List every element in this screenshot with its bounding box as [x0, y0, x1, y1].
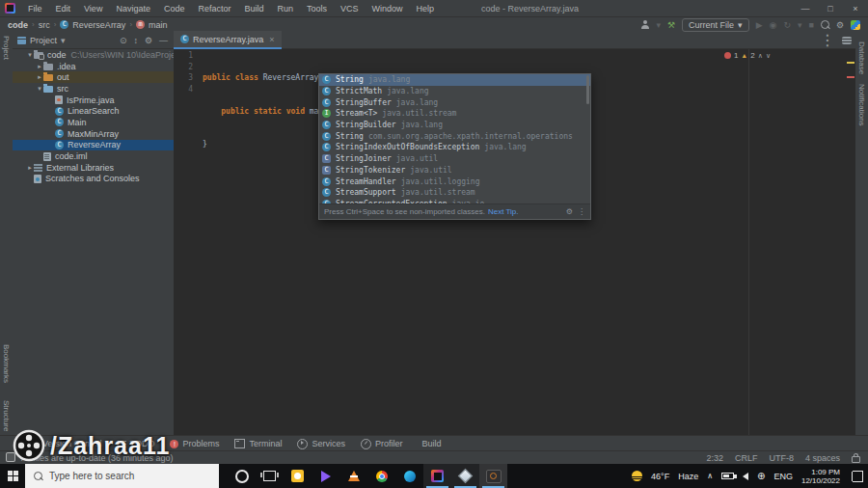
run-config-selector[interactable]: Current File ▾ — [682, 18, 749, 32]
completion-item[interactable]: StringBuilder java.lang — [319, 120, 590, 131]
completion-item[interactable]: StreamCorruptedException java.io — [319, 199, 590, 203]
menu-item[interactable]: View — [77, 4, 109, 14]
completion-item[interactable]: StreamHandler java.util.logging — [319, 176, 590, 187]
tree-item[interactable]: ▾ src — [13, 83, 174, 95]
minimize-button[interactable]: — — [793, 4, 818, 14]
taskbar-screen-recorder-button[interactable] — [479, 464, 507, 488]
breadcrumb-src[interactable]: src — [39, 20, 50, 30]
tool-window-button[interactable]: Services — [297, 439, 345, 449]
stripe-notifications-button[interactable]: Notifications — [857, 84, 866, 126]
debug-button[interactable]: ◉ — [770, 20, 777, 30]
tool-window-button[interactable]: Profiler — [361, 439, 403, 449]
indent-setting[interactable]: 4 spaces — [805, 453, 840, 463]
taskbar-intellij-button[interactable] — [423, 464, 451, 488]
tree-item[interactable]: ▸ .idea — [13, 61, 174, 72]
completion-item[interactable]: StringJoiner java.util — [319, 153, 590, 165]
stripe-structure-button[interactable]: Structure — [2, 400, 11, 431]
tool-window-button[interactable]: Terminal — [234, 439, 282, 448]
taskbar-movies-tv-button[interactable] — [312, 464, 339, 488]
tree-item[interactable]: code.iml — [13, 150, 174, 162]
locate-file-icon[interactable]: ⊙ — [120, 36, 127, 45]
tab-close-icon[interactable]: × — [269, 35, 274, 44]
menu-item[interactable]: VCS — [334, 4, 366, 14]
ide-features-icon[interactable] — [851, 20, 860, 30]
maximize-button[interactable]: □ — [818, 4, 843, 14]
project-dropdown-icon[interactable]: ▾ — [61, 36, 66, 45]
tool-window-button[interactable]: Build — [418, 439, 441, 448]
write-access-lock-icon[interactable] — [852, 456, 860, 463]
weather-temp[interactable]: 46°F — [651, 472, 669, 481]
battery-icon[interactable] — [721, 473, 734, 479]
weather-condition[interactable]: Haze — [678, 472, 698, 481]
line-separator[interactable]: CRLF — [735, 453, 758, 463]
tool-window-button[interactable]: Problems — [170, 439, 219, 448]
file-encoding[interactable]: UTF-8 — [769, 453, 794, 463]
tree-chevron-icon[interactable]: ▾ — [36, 85, 43, 93]
start-button[interactable] — [0, 464, 25, 488]
editor-tab-reversearray[interactable]: ReverseArray.java × — [174, 31, 282, 49]
build-hammer-icon[interactable]: ⚒ — [667, 20, 675, 30]
tree-item[interactable]: IsPrime.java — [13, 95, 174, 106]
caret-position[interactable]: 2:32 — [706, 453, 723, 463]
speaker-icon[interactable] — [743, 473, 748, 480]
taskbar-package-button[interactable] — [451, 464, 479, 488]
menu-item[interactable]: Edit — [49, 4, 78, 14]
inspections-widget[interactable]: 1 ▲ 2 ∧ ∨ — [724, 51, 771, 60]
menu-item[interactable]: Code — [157, 4, 192, 14]
tray-chevron-icon[interactable]: ∧ — [707, 472, 713, 480]
taskbar-chrome-button[interactable] — [367, 464, 395, 488]
next-tip-link[interactable]: Next Tip. — [488, 207, 519, 216]
breadcrumb-class[interactable]: ReverseArray — [72, 20, 125, 30]
completion-item[interactable]: StringIndexOutOfBoundsException java.lan… — [319, 142, 590, 153]
editor-options-kebab-icon[interactable]: ⋮ — [820, 31, 835, 49]
completion-item[interactable]: StreamSupport java.util.stream — [319, 187, 590, 199]
completion-item[interactable]: String java.lang — [319, 74, 590, 86]
tool-window-button[interactable]: TODO — [118, 439, 155, 448]
user-dropdown-icon[interactable]: ▾ — [656, 20, 661, 30]
taskbar-cortana-button[interactable] — [228, 464, 256, 488]
close-button[interactable]: × — [843, 4, 868, 14]
tool-window-button[interactable]: Version Control — [29, 439, 102, 448]
clock[interactable]: 1:09 PM 12/10/2022 — [801, 468, 840, 485]
action-center-icon[interactable] — [853, 471, 863, 482]
breadcrumb-method[interactable]: main — [149, 20, 168, 30]
search-everywhere-icon[interactable] — [821, 20, 829, 29]
completion-item[interactable]: StringTokenizer java.util — [319, 165, 590, 176]
hide-panel-icon[interactable]: — — [159, 36, 168, 45]
taskbar-task-view-button[interactable] — [256, 464, 284, 488]
tree-item[interactable]: ▾ code C:\Users\WIN 10\IdeaProjects\code — [13, 49, 174, 61]
taskbar-vlc-button[interactable] — [339, 464, 367, 488]
prev-issue-icon[interactable]: ∧ — [758, 52, 763, 60]
rerun-button[interactable]: ↻ — [783, 20, 791, 30]
menu-item[interactable]: Build — [237, 4, 270, 14]
expand-collapse-icon[interactable]: ↕ — [133, 36, 138, 45]
menu-item[interactable]: Help — [410, 4, 442, 14]
tree-chevron-icon[interactable]: ▸ — [26, 164, 34, 172]
next-issue-icon[interactable]: ∨ — [766, 52, 771, 60]
run-button[interactable]: ▶ — [756, 20, 763, 30]
taskbar-video-editor-button[interactable] — [284, 464, 312, 488]
stripe-bookmarks-button[interactable]: Bookmarks — [2, 344, 11, 383]
menu-item[interactable]: File — [21, 4, 49, 14]
menu-item[interactable]: Window — [366, 4, 410, 14]
completion-item[interactable]: StringBuffer java.lang — [319, 96, 590, 108]
project-panel-title[interactable]: Project — [30, 36, 57, 45]
panel-settings-icon[interactable]: ⚙ — [145, 36, 152, 45]
tree-item[interactable]: Main — [13, 117, 174, 128]
tree-item[interactable]: ▸ out — [13, 71, 174, 83]
tree-chevron-icon[interactable]: ▸ — [36, 63, 43, 70]
tree-chevron-icon[interactable]: ▸ — [36, 73, 43, 81]
settings-gear-icon[interactable]: ⚙ — [836, 20, 844, 30]
popup-scrollbar[interactable] — [586, 75, 589, 104]
tree-item[interactable]: LinearSearch — [13, 105, 174, 117]
tree-item[interactable]: ReverseArray — [13, 140, 174, 151]
stop-button[interactable]: ■ — [808, 20, 813, 30]
network-globe-icon[interactable]: ⊕ — [757, 471, 765, 481]
completion-item[interactable]: Stream<T> java.util.stream — [319, 108, 590, 120]
stripe-project-button[interactable]: Project — [2, 36, 11, 60]
weather-sun-icon[interactable] — [632, 471, 642, 481]
tree-item[interactable]: ▸ External Libraries — [13, 162, 174, 174]
completion-item[interactable]: String com.sun.org.apache.xpath.internal… — [319, 130, 590, 142]
user-icon[interactable] — [640, 20, 649, 29]
taskbar-search[interactable]: Type here to search — [25, 464, 219, 488]
